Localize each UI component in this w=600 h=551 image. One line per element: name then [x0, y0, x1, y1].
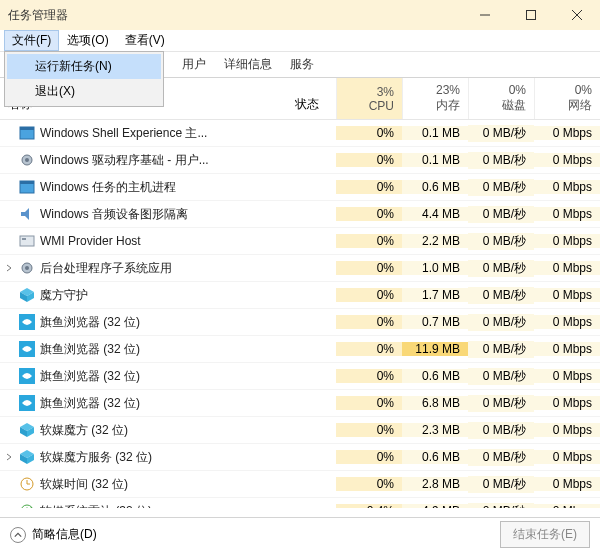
- cpu-value: 0.4%: [336, 504, 402, 508]
- mem-value: 11.9 MB: [402, 342, 468, 356]
- minimize-button[interactable]: [462, 0, 508, 30]
- net-value: 0 Mbps: [534, 342, 600, 356]
- header-memory[interactable]: 23% 内存: [402, 78, 468, 119]
- disk-value: 0 MB/秒: [468, 449, 534, 466]
- svg-rect-1: [527, 11, 536, 20]
- brief-info-link[interactable]: 简略信息(D): [32, 526, 97, 543]
- file-dropdown: 运行新任务(N) 退出(X): [4, 51, 164, 107]
- menu-bar: 文件(F) 选项(O) 查看(V): [0, 30, 600, 52]
- disk-value: 0 MB/秒: [468, 476, 534, 493]
- header-cpu[interactable]: 3% CPU: [336, 78, 402, 119]
- close-button[interactable]: [554, 0, 600, 30]
- header-disk[interactable]: 0% 磁盘: [468, 78, 534, 119]
- net-value: 0 Mbps: [534, 207, 600, 221]
- net-value: 0 Mbps: [534, 477, 600, 491]
- disk-label: 磁盘: [502, 97, 526, 114]
- maximize-button[interactable]: [508, 0, 554, 30]
- disk-value: 0 MB/秒: [468, 368, 534, 385]
- cpu-label: CPU: [369, 99, 394, 113]
- process-icon: [18, 341, 36, 357]
- table-row[interactable]: 软媒系统雷达 (32 位)0.4%4.9 MB0 MB/秒0 Mbps: [0, 498, 600, 508]
- mem-value: 4.9 MB: [402, 504, 468, 508]
- table-row[interactable]: 旗鱼浏览器 (32 位)0%6.8 MB0 MB/秒0 Mbps: [0, 390, 600, 417]
- menu-run-new-task[interactable]: 运行新任务(N): [7, 54, 161, 79]
- disk-value: 0 MB/秒: [468, 179, 534, 196]
- svg-rect-9: [20, 181, 34, 184]
- process-icon: [18, 503, 36, 508]
- header-status[interactable]: 状态: [278, 78, 336, 119]
- tab-services[interactable]: 服务: [288, 52, 316, 77]
- table-row[interactable]: 旗鱼浏览器 (32 位)0%0.7 MB0 MB/秒0 Mbps: [0, 309, 600, 336]
- mem-value: 6.8 MB: [402, 396, 468, 410]
- expand-icon[interactable]: [0, 264, 18, 272]
- table-row[interactable]: Windows 驱动程序基础 - 用户...0%0.1 MB0 MB/秒0 Mb…: [0, 147, 600, 174]
- mem-value: 0.1 MB: [402, 126, 468, 140]
- menu-exit[interactable]: 退出(X): [7, 79, 161, 104]
- table-row[interactable]: Windows Shell Experience 主...0%0.1 MB0 M…: [0, 120, 600, 147]
- mem-value: 0.6 MB: [402, 180, 468, 194]
- svg-point-7: [25, 158, 29, 162]
- net-value: 0 Mbps: [534, 288, 600, 302]
- table-row[interactable]: 魔方守护0%1.7 MB0 MB/秒0 Mbps: [0, 282, 600, 309]
- process-icon: [18, 260, 36, 276]
- title-bar: 任务管理器: [0, 0, 600, 30]
- disk-value: 0 MB/秒: [468, 314, 534, 331]
- table-row[interactable]: 旗鱼浏览器 (32 位)0%0.6 MB0 MB/秒0 Mbps: [0, 363, 600, 390]
- mem-value: 0.7 MB: [402, 315, 468, 329]
- cpu-value: 0%: [336, 477, 402, 491]
- end-task-button[interactable]: 结束任务(E): [500, 521, 590, 548]
- net-value: 0 Mbps: [534, 126, 600, 140]
- disk-value: 0 MB/秒: [468, 152, 534, 169]
- net-value: 0 Mbps: [534, 315, 600, 329]
- process-icon: [18, 368, 36, 384]
- table-row[interactable]: Windows 音频设备图形隔离0%4.4 MB0 MB/秒0 Mbps: [0, 201, 600, 228]
- process-name: Windows 任务的主机进程: [40, 179, 278, 196]
- table-row[interactable]: 软媒魔方 (32 位)0%2.3 MB0 MB/秒0 Mbps: [0, 417, 600, 444]
- process-icon: [18, 449, 36, 465]
- process-name: 软媒魔方服务 (32 位): [40, 449, 278, 466]
- disk-value: 0 MB/秒: [468, 260, 534, 277]
- process-name: 旗鱼浏览器 (32 位): [40, 341, 278, 358]
- disk-value: 0 MB/秒: [468, 395, 534, 412]
- mem-value: 1.7 MB: [402, 288, 468, 302]
- cpu-value: 0%: [336, 450, 402, 464]
- table-row[interactable]: 旗鱼浏览器 (32 位)0%11.9 MB0 MB/秒0 Mbps: [0, 336, 600, 363]
- process-icon: [18, 125, 36, 141]
- expand-icon[interactable]: [0, 453, 18, 461]
- header-network[interactable]: 0% 网络: [534, 78, 600, 119]
- svg-marker-10: [21, 208, 29, 220]
- mem-value: 2.3 MB: [402, 423, 468, 437]
- menu-options[interactable]: 选项(O): [59, 30, 116, 51]
- process-name: 魔方守护: [40, 287, 278, 304]
- disk-value: 0 MB/秒: [468, 341, 534, 358]
- cpu-value: 0%: [336, 369, 402, 383]
- svg-rect-5: [20, 127, 34, 130]
- cpu-value: 0%: [336, 207, 402, 221]
- table-row[interactable]: 软媒时间 (32 位)0%2.8 MB0 MB/秒0 Mbps: [0, 471, 600, 498]
- net-value: 0 Mbps: [534, 153, 600, 167]
- tab-users[interactable]: 用户: [180, 52, 208, 77]
- mem-value: 4.4 MB: [402, 207, 468, 221]
- process-name: 旗鱼浏览器 (32 位): [40, 368, 278, 385]
- process-icon: [18, 314, 36, 330]
- mem-value: 2.8 MB: [402, 477, 468, 491]
- net-value: 0 Mbps: [534, 261, 600, 275]
- cpu-value: 0%: [336, 261, 402, 275]
- net-value: 0 Mbps: [534, 423, 600, 437]
- net-value: 0 Mbps: [534, 234, 600, 248]
- menu-file[interactable]: 文件(F): [4, 30, 59, 51]
- mem-percent: 23%: [436, 83, 460, 97]
- tab-details[interactable]: 详细信息: [222, 52, 274, 77]
- mem-value: 2.2 MB: [402, 234, 468, 248]
- process-icon: [18, 206, 36, 222]
- table-row[interactable]: 后台处理程序子系统应用0%1.0 MB0 MB/秒0 Mbps: [0, 255, 600, 282]
- table-row[interactable]: WMI Provider Host0%2.2 MB0 MB/秒0 Mbps: [0, 228, 600, 255]
- table-row[interactable]: 软媒魔方服务 (32 位)0%0.6 MB0 MB/秒0 Mbps: [0, 444, 600, 471]
- process-icon: [18, 233, 36, 249]
- disk-value: 0 MB/秒: [468, 233, 534, 250]
- table-row[interactable]: Windows 任务的主机进程0%0.6 MB0 MB/秒0 Mbps: [0, 174, 600, 201]
- chevron-up-icon[interactable]: [10, 527, 26, 543]
- menu-view[interactable]: 查看(V): [117, 30, 173, 51]
- process-icon: [18, 287, 36, 303]
- net-value: 0 Mbps: [534, 396, 600, 410]
